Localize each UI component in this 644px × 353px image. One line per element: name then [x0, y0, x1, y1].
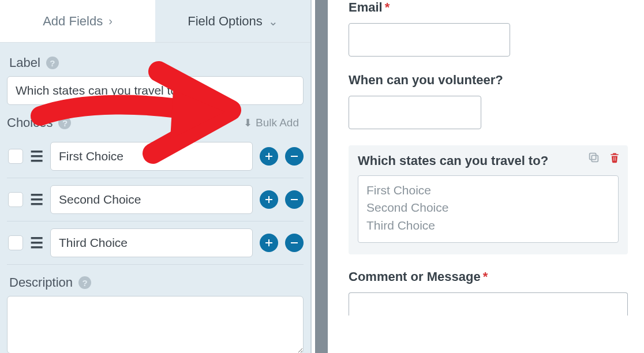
svg-rect-2 [291, 242, 298, 243]
bulk-add-label: Bulk Add [256, 117, 299, 129]
tab-field-options[interactable]: Field Options ⌄ [155, 0, 310, 42]
field-label: Email* [349, 0, 628, 15]
svg-rect-3 [591, 155, 598, 162]
options-body: Label ? Choices ? ⬇ Bulk Add ☰ [0, 43, 310, 353]
choice-default-checkbox[interactable] [8, 192, 23, 207]
choice-row: ☰ [7, 178, 304, 221]
field-label: When can you volunteer? [349, 73, 628, 88]
help-icon[interactable]: ? [78, 276, 91, 289]
form-preview: Email* When can you volunteer? Which sta… [332, 0, 644, 353]
field-options-panel: Add Fields › Field Options ⌄ Label ? Cho… [0, 0, 312, 353]
volunteer-input[interactable] [349, 96, 481, 129]
drag-handle-icon[interactable]: ☰ [30, 149, 43, 164]
choice-row: ☰ [7, 135, 304, 178]
preview-selected-field[interactable]: Which states can you travel to? First Ch… [349, 145, 628, 254]
download-icon: ⬇ [244, 117, 252, 129]
field-label: Comment or Message* [349, 269, 628, 284]
panel-tabs: Add Fields › Field Options ⌄ [0, 0, 310, 43]
label-text: Email [349, 0, 383, 14]
choice-remove-button[interactable] [285, 190, 304, 209]
label-section-header: Label ? [9, 55, 304, 70]
required-asterisk: * [385, 0, 390, 14]
choice-row: ☰ [7, 221, 304, 265]
label-text: Comment or Message [349, 269, 481, 284]
option-text: First Choice [366, 182, 610, 199]
field-toolbar [587, 151, 621, 164]
option-text: Third Choice [366, 217, 610, 234]
drag-handle-icon[interactable]: ☰ [30, 192, 43, 207]
help-icon[interactable]: ? [46, 57, 59, 69]
description-text: Description [9, 275, 73, 290]
bulk-add-button[interactable]: ⬇ Bulk Add [244, 117, 304, 129]
svg-rect-1 [291, 199, 298, 200]
trash-icon[interactable] [608, 151, 621, 164]
tab-label: Field Options [188, 14, 263, 29]
tab-add-fields[interactable]: Add Fields › [0, 0, 155, 42]
choice-default-checkbox[interactable] [8, 149, 23, 164]
svg-rect-4 [590, 153, 596, 160]
choice-default-checkbox[interactable] [8, 235, 23, 250]
choice-add-button[interactable] [260, 190, 278, 209]
comment-textarea[interactable] [349, 292, 628, 316]
choice-add-button[interactable] [260, 147, 278, 166]
label-text: Label [9, 55, 40, 70]
drag-handle-icon[interactable]: ☰ [30, 235, 43, 250]
description-section-header: Description ? [9, 275, 304, 290]
chevron-right-icon: › [108, 14, 113, 28]
choice-remove-button[interactable] [285, 147, 304, 166]
duplicate-icon[interactable] [587, 151, 600, 164]
selected-field-options[interactable]: First Choice Second Choice Third Choice [358, 175, 619, 243]
choices-text: Choices [7, 115, 53, 130]
label-input[interactable] [7, 76, 304, 105]
required-asterisk: * [483, 269, 488, 284]
chevron-down-icon: ⌄ [268, 14, 278, 28]
selected-field-label: Which states can you travel to? [358, 153, 619, 168]
email-input[interactable] [349, 23, 510, 57]
svg-rect-0 [291, 156, 298, 157]
panel-divider [315, 0, 328, 353]
preview-email-field[interactable]: Email* [349, 0, 628, 57]
preview-volunteer-field[interactable]: When can you volunteer? [349, 73, 628, 129]
choices-section-header: Choices ? [7, 115, 71, 130]
help-icon[interactable]: ? [58, 117, 71, 129]
description-input[interactable] [7, 296, 304, 353]
choice-input[interactable] [50, 142, 253, 171]
tab-label: Add Fields [43, 14, 103, 29]
choice-input[interactable] [50, 228, 253, 257]
choice-remove-button[interactable] [285, 234, 304, 252]
choice-input[interactable] [50, 185, 253, 214]
preview-comment-field[interactable]: Comment or Message* [349, 269, 628, 316]
choice-add-button[interactable] [260, 234, 278, 252]
option-text: Second Choice [366, 199, 610, 216]
